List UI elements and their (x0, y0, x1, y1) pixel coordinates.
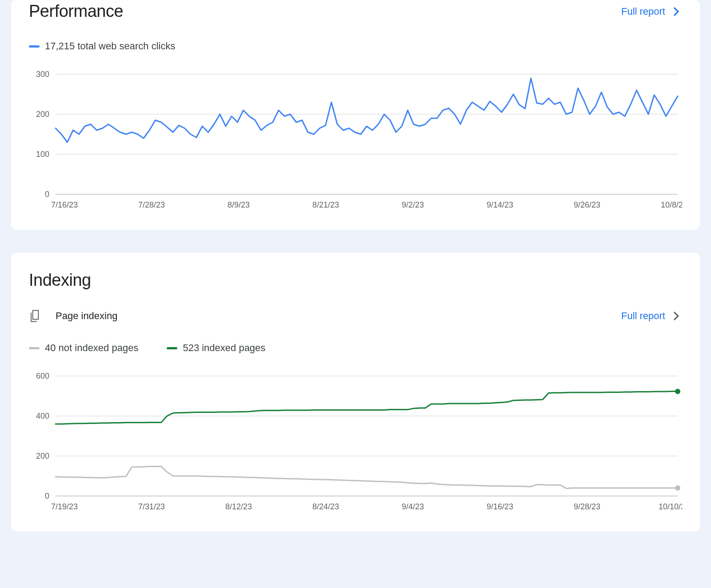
svg-text:9/4/23: 9/4/23 (402, 502, 424, 511)
performance-line-chart: 01002003007/16/237/28/238/9/238/21/239/2… (29, 70, 682, 212)
svg-text:0: 0 (45, 190, 49, 199)
performance-summary-label: 17,215 total web search clicks (45, 40, 176, 52)
svg-text:7/28/23: 7/28/23 (138, 200, 165, 209)
svg-text:200: 200 (36, 452, 49, 460)
svg-point-25 (675, 389, 680, 394)
svg-text:200: 200 (36, 110, 49, 119)
svg-text:7/19/23: 7/19/23 (51, 502, 78, 511)
svg-text:8/21/23: 8/21/23 (312, 200, 339, 209)
indexing-line-chart: 02004006007/19/237/31/238/12/238/24/239/… (29, 372, 682, 514)
svg-text:10/8/23: 10/8/23 (661, 200, 682, 209)
legend-indexed: 523 indexed pages (167, 342, 265, 354)
svg-text:8/9/23: 8/9/23 (228, 200, 250, 209)
svg-text:0: 0 (45, 492, 49, 500)
full-report-label: Full report (621, 6, 665, 17)
indexing-title: Indexing (29, 271, 682, 290)
svg-text:9/16/23: 9/16/23 (487, 502, 513, 511)
page-indexing-label: Page indexing (56, 310, 117, 322)
chevron-right-icon (670, 312, 679, 320)
svg-text:300: 300 (36, 70, 49, 79)
performance-full-report-link[interactable]: Full report (621, 6, 682, 17)
performance-summary: 17,215 total web search clicks (29, 40, 682, 52)
chevron-right-icon (670, 7, 679, 16)
svg-point-24 (675, 485, 680, 491)
svg-text:7/16/23: 7/16/23 (51, 200, 78, 209)
page-icon (29, 309, 42, 323)
legend-swatch-grey (29, 347, 40, 349)
svg-text:100: 100 (36, 150, 49, 159)
svg-text:9/14/23: 9/14/23 (487, 200, 513, 209)
indexing-full-report-link[interactable]: Full report (621, 310, 682, 322)
page-indexing-heading: Page indexing (29, 309, 117, 323)
legend-indexed-label: 523 indexed pages (183, 342, 265, 354)
legend-not-indexed: 40 not indexed pages (29, 342, 138, 354)
svg-text:9/28/23: 9/28/23 (574, 502, 600, 511)
legend-swatch-green (167, 347, 177, 349)
indexing-chart: 02004006007/19/237/31/238/12/238/24/239/… (29, 372, 682, 514)
legend-swatch-blue (29, 45, 40, 48)
svg-text:9/2/23: 9/2/23 (402, 200, 424, 209)
svg-text:400: 400 (36, 412, 49, 420)
indexing-legend-row: 40 not indexed pages 523 indexed pages (29, 342, 682, 354)
svg-text:9/26/23: 9/26/23 (574, 200, 600, 209)
indexing-card: Indexing Page indexing Full report 40 no… (11, 253, 700, 532)
svg-text:8/12/23: 8/12/23 (225, 502, 252, 511)
performance-title: Performance (29, 2, 123, 21)
indexing-subheader: Page indexing Full report (29, 309, 682, 323)
performance-card: Performance Full report 17,215 total web… (11, 0, 700, 230)
svg-text:7/31/23: 7/31/23 (138, 502, 165, 511)
performance-chart: 01002003007/16/237/28/238/9/238/21/239/2… (29, 70, 682, 212)
svg-text:8/24/23: 8/24/23 (312, 502, 339, 511)
full-report-label: Full report (621, 310, 665, 322)
performance-header: Performance Full report (29, 0, 682, 21)
legend-not-indexed-label: 40 not indexed pages (45, 342, 138, 354)
svg-text:10/10/23: 10/10/23 (659, 502, 682, 511)
svg-text:600: 600 (36, 372, 49, 380)
